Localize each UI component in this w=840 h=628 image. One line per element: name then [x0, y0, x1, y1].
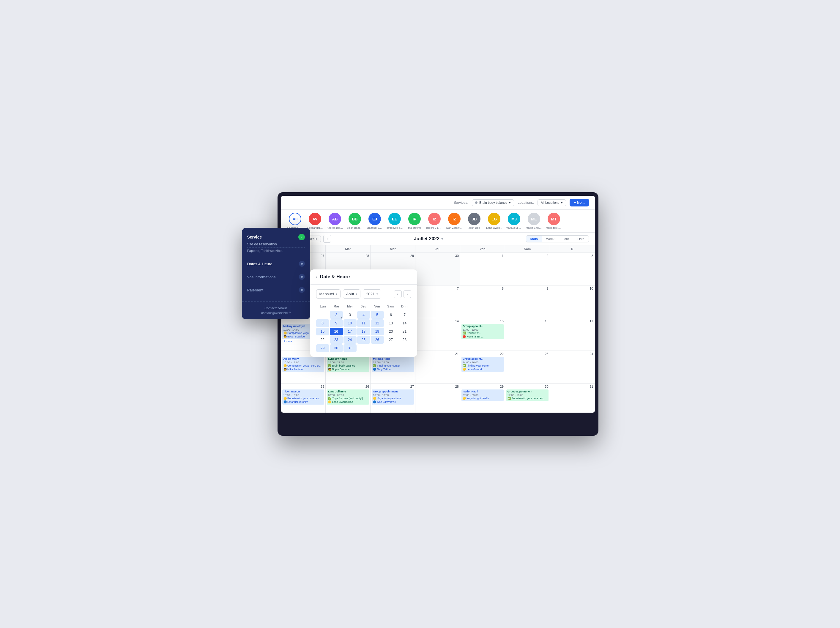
tab-week[interactable]: Week [542, 235, 559, 242]
cal-cell-26[interactable]: 26 Lane Julianne 07:00 - 09:00 ✅ Yoga fo… [326, 383, 371, 413]
employee-4[interactable]: EJEmanuel Jer... [367, 213, 383, 229]
sidebar-service-header: Service ✓ [247, 234, 305, 240]
cal-cell-2[interactable]: 2 [505, 253, 550, 286]
sidebar-panel: Service ✓ Site de réservation Papeete, T… [242, 228, 310, 319]
event-group3[interactable]: Group appoint... 14:00 - 16:00 ✅ Finding… [461, 357, 504, 372]
mini-prev-btn[interactable]: ‹ [394, 290, 402, 298]
mini-cal-cell[interactable]: 8 [316, 319, 329, 327]
employee-0[interactable]: AllAll employees [287, 213, 303, 229]
mini-next-btn[interactable]: › [404, 290, 411, 298]
mini-cal-cell[interactable]: 12 [371, 319, 384, 327]
event-group5[interactable]: Group appointment 17:00 - 18:00 ✅ Reunit… [506, 390, 548, 401]
event-group2[interactable]: Group appoint... 11:00 - 12:00 ✅ Reunite… [461, 324, 504, 339]
employee-6[interactable]: IPima pretime [406, 213, 423, 229]
cal-cell-31[interactable]: 31 [550, 383, 595, 413]
period-select[interactable]: Mensuel ▾ [316, 289, 341, 298]
new-button[interactable]: + No... [570, 199, 589, 207]
cal-cell-29b[interactable]: 29 Isador Kathi 07:00 - 09:00 🟡 Yoga for… [460, 383, 505, 413]
mini-cal-cell[interactable]: 23 [330, 336, 343, 344]
mini-cal-cell [316, 311, 329, 319]
employee-13[interactable]: MTmaria test Moys Tebroy [546, 213, 562, 229]
employee-1[interactable]: AVAleksandar ... [307, 213, 323, 229]
next-btn[interactable]: › [323, 235, 331, 243]
cal-cell-22[interactable]: 22 Group appoint... 14:00 - 16:00 ✅ Find… [460, 351, 505, 383]
cal-cell-10[interactable]: 10 [550, 286, 595, 318]
event-melinda[interactable]: Melinda Redd 12:00 - 14:00 ✅ Finding you… [372, 357, 414, 372]
employee-10[interactable]: LGLana Gwen... [486, 213, 502, 229]
mini-cal-cell[interactable]: 25 [357, 336, 370, 344]
header-mer: Mer [371, 245, 415, 253]
services-label: Services: [454, 200, 468, 205]
mini-cal-cell[interactable]: 9 [330, 319, 343, 327]
cal-nav-btns: ‹ › [394, 290, 411, 298]
cal-cell-30b[interactable]: 30 Group appointment 17:00 - 18:00 ✅ Reu… [505, 383, 550, 413]
mini-cal-cell[interactable]: 11 [357, 319, 370, 327]
mini-cal-cell[interactable]: 19 [371, 328, 384, 335]
mini-cal-cell[interactable]: 5 [371, 311, 384, 319]
employee-12[interactable]: MEMarija Emil Marija Tess [526, 213, 542, 229]
mini-cal-cell [398, 344, 411, 352]
cal-cell-30[interactable]: 30 [415, 253, 460, 286]
month-select[interactable]: Août ▾ [343, 289, 361, 298]
event-lane[interactable]: Lane Julianne 07:00 - 09:00 ✅ Yoga for c… [327, 390, 369, 405]
event-alesia[interactable]: Alesia Molly 10:00 - 12:00 🟡 Compassion … [282, 357, 324, 372]
mini-cal-cell[interactable]: 24 [344, 336, 357, 344]
mini-cal-cell[interactable]: 15 [316, 328, 329, 335]
view-tabs: Mois Week Jour Liste [526, 235, 589, 242]
event-tiger[interactable]: Tiger Jepson 18:00 - 19:00 🟡 Reunite wit… [282, 390, 324, 405]
mini-cal-cell[interactable]: 2 [330, 311, 343, 319]
employee-9[interactable]: JDJohn Doe [466, 213, 483, 229]
event-lyndsey[interactable]: Lyndsey Nonie 18:00 - 21:00 ✅ Brain body… [327, 357, 369, 372]
cal-cell-28[interactable]: 28 [415, 383, 460, 413]
mini-cal-cell[interactable]: 29 [316, 344, 329, 352]
month-arrow: ▾ [356, 292, 357, 295]
year-select[interactable]: 2021 ▾ [363, 289, 381, 298]
event-group4[interactable]: Group appointment 10:00 - 13:00 🟡 Yoga f… [372, 390, 414, 405]
tab-liste[interactable]: Liste [573, 235, 588, 242]
employee-3[interactable]: BBBojan Beatrice [347, 213, 363, 229]
mini-cal-grid: 2345678910111213141516171819202122232425… [316, 311, 411, 352]
employee-2[interactable]: ABAndrea Barber [327, 213, 343, 229]
cal-cell-21[interactable]: 21 [415, 351, 460, 383]
employee-5[interactable]: EEemployee e... [387, 213, 403, 229]
event-isador[interactable]: Isador Kathi 07:00 - 09:00 🟡 Yoga for gu… [461, 390, 504, 401]
mini-cal-cell[interactable]: 17 [344, 328, 357, 335]
modal-header: ‹ Date & Heure [310, 270, 417, 285]
mini-cal-cell[interactable]: 16 [330, 328, 343, 335]
cal-cell-15[interactable]: 15 Group appoint... 11:00 - 12:00 ✅ Reun… [460, 318, 505, 351]
cal-cell-3[interactable]: 3 [550, 253, 595, 286]
cal-cell-8[interactable]: 8 [460, 286, 505, 318]
cal-cell-24[interactable]: 24 [550, 351, 595, 383]
nav-dates-heure[interactable]: Dates & Heure [242, 257, 310, 270]
cal-cell-17[interactable]: 17 [550, 318, 595, 351]
cal-cell-27b[interactable]: 27 Group appointment 10:00 - 13:00 🟡 Yog… [371, 383, 415, 413]
employee-11[interactable]: M3maria 3 Mike Sober [506, 213, 523, 229]
nav-dates-label: Dates & Heure [247, 262, 273, 266]
locations-badge[interactable]: All Locations ▾ [537, 199, 566, 206]
mini-cal-cell: 7 [398, 311, 411, 319]
cal-cell-23[interactable]: 23 [505, 351, 550, 383]
mini-cal-cell[interactable]: 10 [344, 319, 357, 327]
mini-cal-cell[interactable]: 18 [357, 328, 370, 335]
nav-vos-informations[interactable]: Vos informations [242, 270, 310, 283]
employee-8[interactable]: IZIvan Zdravk... [446, 213, 463, 229]
employee-7[interactable]: I2Isidors 2 Lexie Errie [426, 213, 443, 229]
cal-cell-1[interactable]: 1 [460, 253, 505, 286]
cal-cell-14[interactable]: 14 [415, 318, 460, 351]
modal-back-btn[interactable]: ‹ [316, 274, 317, 279]
tab-jour[interactable]: Jour [559, 235, 573, 242]
scene: Services: Brain body balance ▾ Locations… [242, 192, 598, 436]
mini-cal-cell[interactable]: 31 [344, 344, 357, 352]
mini-cal-cell: 20 [384, 328, 398, 335]
sidebar-service-title: Service [247, 235, 262, 240]
mini-cal-cell[interactable]: 4 [357, 311, 370, 319]
cal-cell-25[interactable]: 25 Tiger Jepson 18:00 - 19:00 🟡 Reunite … [281, 383, 326, 413]
cal-cell-16[interactable]: 16 [505, 318, 550, 351]
service-badge[interactable]: Brain body balance ▾ [472, 199, 514, 206]
mini-cal-cell[interactable]: 30 [330, 344, 343, 352]
mini-cal-cell[interactable]: 26 [371, 336, 384, 344]
tab-mois[interactable]: Mois [526, 235, 542, 242]
cal-cell-7[interactable]: 7 [415, 286, 460, 318]
nav-paiement[interactable]: Paiement [242, 283, 310, 297]
cal-cell-9[interactable]: 9 [505, 286, 550, 318]
